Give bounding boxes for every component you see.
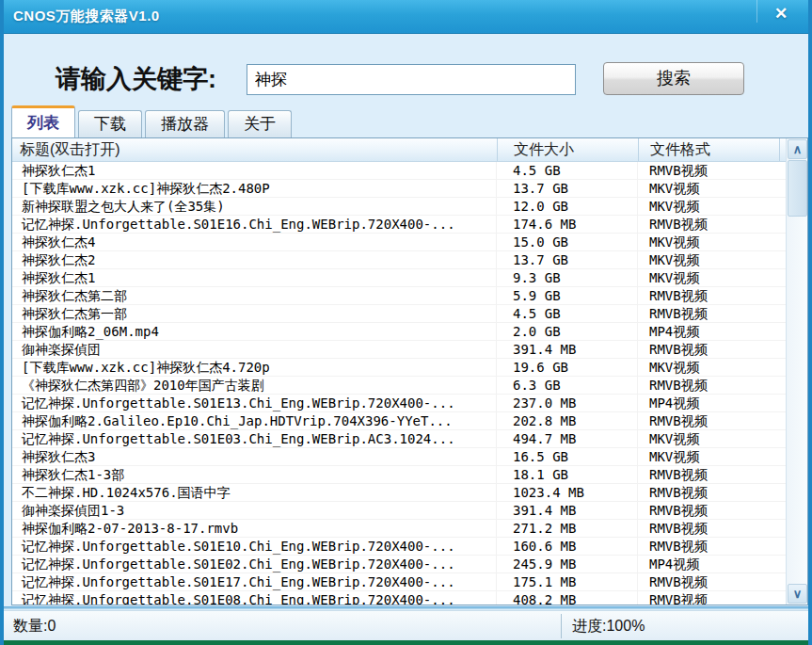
row-title: 神探伽利略2.Galileo.Ep10.Chi_Jap.HDTVrip.704X… (12, 412, 497, 429)
table-row[interactable]: 神探狄仁杰第二部5.9 GBRMVB视频 (12, 287, 786, 305)
row-format: RMVB视频 (638, 162, 779, 179)
row-size: 5.9 GB (497, 287, 638, 304)
table-row[interactable]: 记忆神探.Unforgettable.S01E16.Chi_Eng.WEBrip… (12, 216, 786, 234)
table-row[interactable]: 记忆神探.Unforgettable.S01E03.Chi_Eng.WEBrip… (12, 430, 786, 448)
row-format: RMVB视频 (638, 287, 779, 304)
tab-about[interactable]: 关于 (228, 110, 292, 138)
row-format: RMVB视频 (638, 466, 779, 483)
column-header-size[interactable]: 文件大小 (497, 138, 638, 161)
row-format: RMVB视频 (638, 520, 779, 537)
row-size: 494.7 MB (497, 430, 638, 447)
row-title: 记忆神探.Unforgettable.S01E08.Chi_Eng.WEBrip… (12, 591, 497, 605)
table-row[interactable]: 神探伽利略2-07-2013-8-17.rmvb271.2 MBRMVB视频 (12, 520, 786, 538)
table-row[interactable]: 神探狄仁杰1-3部18.1 GBRMVB视频 (12, 466, 786, 484)
row-title: 记忆神探.Unforgettable.S01E13.Chi_Eng.WEBrip… (12, 395, 497, 411)
table-row[interactable]: 御神楽探偵団1-3391.4 MBRMVB视频 (12, 502, 786, 520)
row-size: 4.5 GB (497, 305, 638, 322)
row-title: 记忆神探.Unforgettable.S01E16.Chi_Eng.WEBrip… (12, 216, 497, 233)
tab-download[interactable]: 下载 (78, 110, 142, 138)
row-title: 神探狄仁杰2 (12, 251, 497, 268)
row-format: MKV视频 (638, 448, 779, 465)
row-title: 记忆神探.Unforgettable.S01E17.Chi_Eng.WEBrip… (12, 573, 497, 590)
table-row[interactable]: [下载库www.xzk.cc]神探狄仁杰2.480P13.7 GBMKV视频 (12, 180, 786, 198)
table-row[interactable]: 不二神探.HD.1024x576.国语中字1023.4 MBRMVB视频 (12, 484, 786, 502)
row-title: [下载库www.xzk.cc]神探狄仁杰4.720p (12, 359, 497, 376)
row-format: RMVB视频 (638, 412, 779, 429)
table-row[interactable]: 新神探联盟之包大人来了(全35集)12.0 GBMKV视频 (12, 198, 786, 216)
table-row[interactable]: 神探伽利略2_06M.mp42.0 GBMP4视频 (12, 323, 786, 341)
row-format: RMVB视频 (638, 591, 779, 605)
row-size: 6.3 GB (497, 377, 638, 394)
keyword-input[interactable] (247, 64, 576, 95)
scroll-down-icon[interactable]: ∨ (788, 584, 807, 604)
row-format: MP4视频 (638, 556, 779, 572)
table-row[interactable]: 神探狄仁杰第一部4.5 GBRMVB视频 (12, 305, 786, 323)
row-title: 神探狄仁杰第二部 (12, 287, 497, 304)
titlebar-divider (756, 0, 757, 23)
vertical-scrollbar[interactable]: ∧ ∨ (786, 138, 807, 605)
table-row[interactable]: 神探狄仁杰19.3 GBMKV视频 (12, 269, 786, 287)
row-title: 神探狄仁杰1-3部 (12, 466, 497, 483)
status-progress: 进度:100% (572, 617, 645, 637)
column-header-format[interactable]: 文件格式 (638, 138, 779, 161)
row-size: 174.6 MB (497, 216, 638, 233)
table-row[interactable]: 神探狄仁杰415.0 GBMKV视频 (12, 234, 786, 251)
app-window: CNOS万能搜索器V1.0 ✕ 请输入关键字: 搜索 列表 下载 播放器 关于 … (0, 0, 812, 645)
table-row[interactable]: 御神楽探偵団391.4 MBRMVB视频 (12, 341, 786, 359)
table-row[interactable]: 神探狄仁杰14.5 GBRMVB视频 (12, 162, 786, 180)
row-size: 391.4 MB (497, 502, 638, 519)
window-bottom-edge (4, 640, 808, 645)
row-size: 13.7 GB (497, 180, 638, 197)
row-format: RMVB视频 (638, 377, 779, 394)
table-row[interactable]: 神探狄仁杰213.7 GBMKV视频 (12, 251, 786, 269)
status-bar: 数量:0 进度:100% (4, 610, 808, 640)
row-size: 19.6 GB (497, 359, 638, 376)
row-format: MKV视频 (638, 234, 779, 250)
row-title: 神探伽利略2-07-2013-8-17.rmvb (12, 520, 497, 537)
row-title: [下载库www.xzk.cc]神探狄仁杰2.480P (12, 180, 497, 197)
row-size: 175.1 MB (497, 573, 638, 590)
row-size: 4.5 GB (497, 162, 638, 179)
table-row[interactable]: 记忆神探.Unforgettable.S01E17.Chi_Eng.WEBrip… (12, 573, 786, 591)
row-size: 408.2 MB (497, 591, 638, 605)
table-row[interactable]: [下载库www.xzk.cc]神探狄仁杰4.720p19.6 GBMKV视频 (12, 359, 786, 377)
row-format: MP4视频 (638, 395, 779, 411)
row-format: RMVB视频 (638, 484, 779, 501)
row-size: 16.5 GB (497, 448, 638, 465)
row-title: 记忆神探.Unforgettable.S01E10.Chi_Eng.WEBrip… (12, 538, 497, 555)
row-format: RMVB视频 (638, 305, 779, 322)
scrollbar-thumb[interactable] (788, 160, 807, 217)
table-row[interactable]: 记忆神探.Unforgettable.S01E08.Chi_Eng.WEBrip… (12, 591, 786, 605)
table-row[interactable]: 记忆神探.Unforgettable.S01E10.Chi_Eng.WEBrip… (12, 538, 786, 556)
titlebar[interactable]: CNOS万能搜索器V1.0 ✕ (0, 0, 812, 34)
row-format: MKV视频 (638, 180, 779, 197)
row-title: 新神探联盟之包大人来了(全35集) (12, 198, 497, 215)
row-title: 神探狄仁杰1 (12, 269, 497, 286)
table-header: 标题(双击打开) 文件大小 文件格式 (12, 138, 807, 162)
row-size: 1023.4 MB (497, 484, 638, 501)
table-row[interactable]: 神探伽利略2.Galileo.Ep10.Chi_Jap.HDTVrip.704X… (12, 412, 786, 430)
row-size: 160.6 MB (497, 538, 638, 555)
row-format: RMVB视频 (638, 502, 779, 519)
row-size: 245.9 MB (497, 556, 638, 572)
row-size: 271.2 MB (497, 520, 638, 537)
table-row[interactable]: 《神探狄仁杰第四部》2010年国产古装剧6.3 GBRMVB视频 (12, 377, 786, 395)
scroll-up-icon[interactable]: ∧ (788, 139, 807, 159)
tab-list[interactable]: 列表 (11, 105, 75, 138)
row-format: MKV视频 (638, 269, 779, 286)
close-icon[interactable]: ✕ (767, 2, 795, 26)
column-header-title[interactable]: 标题(双击打开) (12, 138, 497, 161)
table-row[interactable]: 记忆神探.Unforgettable.S01E02.Chi_Eng.WEBrip… (12, 556, 786, 573)
row-size: 391.4 MB (497, 341, 638, 358)
table-row[interactable]: 记忆神探.Unforgettable.S01E13.Chi_Eng.WEBrip… (12, 395, 786, 412)
search-button[interactable]: 搜索 (603, 62, 744, 95)
status-count: 数量:0 (13, 617, 56, 637)
row-format: MKV视频 (638, 198, 779, 215)
table-row[interactable]: 神探狄仁杰316.5 GBMKV视频 (12, 448, 786, 466)
row-title: 神探狄仁杰4 (12, 234, 497, 250)
tab-player[interactable]: 播放器 (145, 110, 225, 138)
row-size: 202.8 MB (497, 412, 638, 429)
status-divider (561, 614, 562, 638)
row-format: RMVB视频 (638, 216, 779, 233)
row-title: 《神探狄仁杰第四部》2010年国产古装剧 (12, 377, 497, 394)
